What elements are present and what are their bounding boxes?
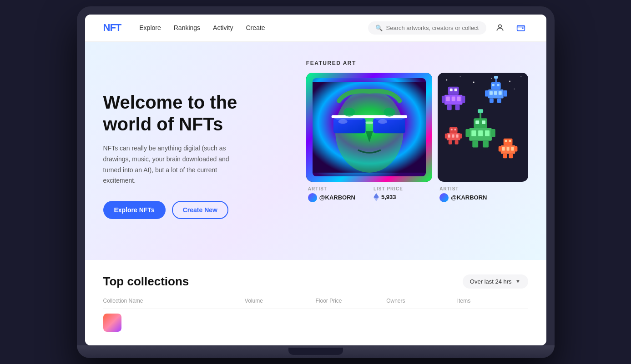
svg-rect-54: [448, 134, 450, 137]
hero-right: FEATURED ART: [306, 60, 528, 242]
card-meta-main: ARTIST @KARBORN LIST PRICE: [306, 186, 432, 202]
svg-rect-41: [490, 91, 493, 95]
hero-section: Welcome to the world of NFTs NFTs can re…: [85, 42, 546, 260]
svg-rect-45: [504, 90, 507, 96]
svg-rect-12: [365, 121, 373, 124]
artist-value-2: @KARBORN: [439, 193, 487, 202]
svg-rect-56: [456, 134, 459, 137]
artist-avatar-2: [439, 193, 449, 202]
nav-right: 🔍: [368, 20, 528, 35]
bottom-section: Top collections Over last 24 hrs ▼ Colle…: [85, 260, 546, 345]
eth-icon: [374, 193, 379, 201]
collections-header: Top collections Over last 24 hrs ▼: [103, 274, 528, 289]
svg-rect-51: [451, 128, 453, 130]
svg-rect-76: [509, 140, 511, 142]
svg-rect-42: [494, 91, 497, 95]
svg-rect-73: [478, 109, 484, 113]
search-icon: 🔍: [375, 25, 383, 31]
filter-label: Over last 24 hrs: [470, 278, 512, 285]
price-amount: 5,933: [381, 194, 396, 200]
svg-rect-33: [442, 95, 445, 103]
svg-rect-67: [485, 130, 490, 136]
svg-rect-74: [504, 138, 513, 145]
svg-point-21: [491, 78, 492, 79]
svg-rect-36: [455, 105, 460, 110]
svg-rect-66: [478, 130, 483, 136]
explore-nfts-button[interactable]: Explore NFTs: [103, 201, 166, 219]
nav-rankings[interactable]: Rankings: [174, 24, 200, 31]
laptop-notch: [288, 348, 343, 355]
nft-image-main: [306, 73, 432, 182]
svg-rect-72: [480, 112, 481, 119]
svg-rect-57: [445, 133, 448, 138]
svg-point-22: [509, 80, 510, 82]
svg-rect-83: [503, 154, 507, 158]
card-meta-secondary: ARTIST @KARBORN: [438, 186, 528, 202]
svg-point-23: [521, 76, 522, 77]
screen: NFT Explore Rankings Activity Create 🔍: [85, 15, 546, 345]
svg-rect-55: [452, 134, 454, 137]
user-icon[interactable]: [493, 20, 507, 35]
filter-dropdown[interactable]: Over last 24 hrs ▼: [463, 274, 528, 289]
svg-rect-6: [333, 118, 366, 133]
svg-rect-58: [459, 133, 462, 138]
wallet-icon[interactable]: [514, 20, 528, 35]
artist-group: ARTIST @KARBORN: [308, 186, 355, 202]
svg-point-24: [514, 88, 515, 89]
svg-rect-75: [505, 140, 507, 142]
collection-thumbnail: [103, 314, 121, 332]
hero-description: NFTs can really be anything digital (suc…: [103, 143, 249, 186]
artist-handle: @KARBORN: [319, 194, 355, 201]
featured-card-secondary[interactable]: ARTIST @KARBORN: [438, 73, 528, 202]
svg-rect-80: [511, 147, 514, 150]
face-svg: [313, 78, 426, 176]
svg-rect-79: [507, 147, 510, 150]
nft-face-inner: [313, 78, 426, 176]
svg-rect-68: [466, 129, 470, 137]
svg-rect-52: [454, 128, 456, 130]
svg-rect-27: [450, 88, 453, 91]
svg-rect-69: [491, 129, 495, 137]
svg-rect-34: [462, 95, 465, 103]
collection-name-cell: [103, 314, 245, 332]
price-group: LIST PRICE 5,933: [374, 186, 403, 202]
svg-rect-81: [499, 146, 502, 151]
price-label: LIST PRICE: [374, 186, 403, 191]
svg-rect-5: [331, 115, 407, 118]
svg-rect-44: [485, 90, 489, 96]
svg-rect-78: [502, 147, 505, 150]
svg-point-14: [384, 107, 395, 116]
hero-buttons: Explore NFTs Create New: [103, 201, 288, 219]
nav-create[interactable]: Create: [246, 24, 265, 31]
pixel-bots-svg: [438, 73, 528, 182]
svg-rect-39: [497, 84, 500, 86]
svg-point-11: [378, 119, 387, 124]
search-bar[interactable]: 🔍: [368, 21, 486, 35]
laptop-frame: NFT Explore Rankings Activity Create 🔍: [77, 6, 555, 358]
col-collection-name: Collection Name: [103, 298, 245, 304]
svg-rect-49: [494, 76, 498, 79]
featured-label: FEATURED ART: [306, 60, 528, 66]
search-input[interactable]: [386, 25, 479, 31]
featured-card-main[interactable]: ARTIST @KARBORN LIST PRICE: [306, 73, 432, 202]
svg-rect-38: [492, 84, 495, 86]
svg-point-19: [460, 76, 461, 77]
col-owners: Owners: [386, 298, 457, 304]
svg-rect-31: [452, 96, 455, 101]
table-headers: Collection Name Volume Floor Price Owner…: [103, 298, 528, 309]
table-row[interactable]: [103, 309, 528, 336]
create-new-button[interactable]: Create New: [172, 201, 228, 219]
col-floor-price: Floor Price: [316, 298, 387, 304]
nav-links: Explore Rankings Activity Create: [139, 24, 368, 31]
svg-rect-8: [373, 118, 405, 133]
svg-rect-62: [476, 120, 480, 124]
svg-rect-26: [448, 86, 459, 95]
svg-point-10: [338, 119, 347, 124]
svg-rect-47: [497, 98, 501, 103]
svg-point-18: [446, 79, 448, 80]
svg-point-20: [473, 81, 475, 83]
nav-explore[interactable]: Explore: [139, 24, 161, 31]
nav-activity[interactable]: Activity: [213, 24, 233, 31]
nft-face-art: [306, 73, 432, 182]
svg-rect-32: [457, 96, 461, 101]
